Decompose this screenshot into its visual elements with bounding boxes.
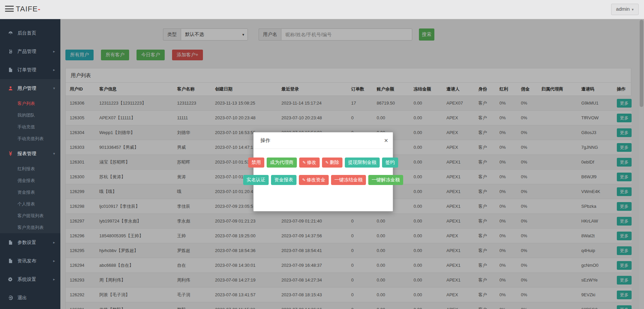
sidebar-item-退出[interactable]: 退出 [0, 289, 60, 307]
modal-button-修改资金[interactable]: ✎修改资金 [299, 175, 329, 185]
modal-button-实名认证[interactable]: 实名认证 [243, 175, 269, 185]
user-menu-button[interactable]: admin▾ [611, 4, 639, 15]
logout-icon [7, 295, 13, 300]
sidebar-item-后台首页[interactable]: 后台首页 [0, 24, 60, 42]
sidebar-item-订单管理[interactable]: 订单管理▸ [0, 61, 60, 79]
chevron-down-icon: ▾ [53, 151, 55, 156]
pencil-icon: ✎ [302, 178, 306, 182]
sidebar-subitem-客户列表[interactable]: 客户列表 [0, 98, 60, 109]
pencil-icon: ✎ [325, 160, 329, 165]
menu-toggle-icon[interactable] [5, 6, 14, 13]
sidebar-item-label: 订单管理 [17, 67, 36, 73]
file-icon [7, 240, 13, 245]
sidebar-subitem-个人报表[interactable]: 个人报表 [0, 198, 60, 210]
sidebar-group: 订单管理▸ [0, 61, 60, 79]
sidebar-group: 报表管理▾红利报表佣金报表资金报表个人报表客户提现列表客户充值列表 [0, 144, 60, 233]
page: TAIFE- admin▾ 后台首页产品管理▸订单管理▸用户管理▾客户列表我的团… [0, 0, 644, 309]
sidebar-item-用户管理[interactable]: 用户管理▾ [0, 79, 60, 98]
sidebar-subitem-红利报表[interactable]: 红利报表 [0, 163, 60, 175]
sidebar-item-报表管理[interactable]: 报表管理▾ [0, 144, 60, 163]
chevron-down-icon: ▾ [53, 86, 55, 90]
sidebar-group: 系统设置▸ [0, 270, 60, 289]
sidebar-item-label: 后台首页 [17, 30, 36, 36]
main-content: 类型 默认不选 ▾ 用户名 搜索 所有用户所有客户今日客户添加客户+ 用户列表 … [60, 19, 644, 309]
gear-icon [7, 277, 13, 282]
modal-button-一键冻结金额[interactable]: 一键冻结金额 [331, 175, 366, 185]
modal-button-删除[interactable]: ✎删除 [322, 158, 342, 168]
modal-button-签约[interactable]: 签约 [382, 158, 398, 168]
sidebar-subitem-资金报表[interactable]: 资金报表 [0, 186, 60, 198]
operations-modal: 操作 × 禁用成为代理商✎修改✎删除提现限制金额签约实名认证资金报表✎修改资金一… [253, 132, 393, 211]
modal-button-资金报表[interactable]: 资金报表 [271, 175, 297, 185]
sidebar-item-label: 系统设置 [17, 276, 36, 283]
sidebar-subitem-手动充值[interactable]: 手动充值 [0, 121, 60, 133]
sidebar-item-产品管理[interactable]: 产品管理▸ [0, 42, 60, 61]
chevron-right-icon: ▸ [53, 240, 55, 245]
sidebar-item-参数设置[interactable]: 参数设置▸ [0, 233, 60, 252]
top-bar: TAIFE- admin▾ [0, 0, 644, 19]
sidebar-subitem-佣金报表[interactable]: 佣金报表 [0, 175, 60, 186]
modal-header: 操作 × [254, 132, 393, 149]
modal-button-禁用[interactable]: 禁用 [248, 158, 264, 168]
modal-button-一键解冻金额[interactable]: 一键解冻金额 [368, 175, 403, 185]
sidebar-item-label: 报表管理 [17, 151, 36, 157]
modal-button-提现限制金额[interactable]: 提现限制金额 [345, 158, 380, 168]
modal-title: 操作 [260, 137, 270, 143]
sidebar-item-label: 参数设置 [17, 240, 36, 246]
modal-button-row: 禁用成为代理商✎修改✎删除提现限制金额签约 [254, 158, 393, 168]
sidebar-group: 退出 [0, 289, 60, 307]
chevron-right-icon: ▸ [53, 68, 55, 72]
sidebar-item-资讯发布[interactable]: 资讯发布▸ [0, 252, 60, 270]
sidebar-group: 资讯发布▸ [0, 252, 60, 270]
sidebar-item-label: 用户管理 [17, 85, 36, 91]
chevron-right-icon: ▸ [53, 49, 55, 54]
sidebar: 后台首页产品管理▸订单管理▸用户管理▾客户列表我的团队手动充值手动充值列表报表管… [0, 19, 60, 309]
sidebar-item-label: 资讯发布 [17, 258, 36, 264]
sidebar-item-label: 产品管理 [17, 49, 36, 55]
sidebar-subitem-我的团队[interactable]: 我的团队 [0, 109, 60, 121]
sidebar-group: 参数设置▸ [0, 233, 60, 252]
sidebar-group: 产品管理▸ [0, 42, 60, 61]
sidebar-group: 用户管理▾客户列表我的团队手动充值手动充值列表 [0, 79, 60, 144]
yen-icon [7, 151, 13, 156]
modal-body: 禁用成为代理商✎修改✎删除提现限制金额签约实名认证资金报表✎修改资金一键冻结金额… [254, 149, 393, 185]
gauge-icon [7, 30, 13, 36]
sidebar-item-系统设置[interactable]: 系统设置▸ [0, 270, 60, 289]
close-icon[interactable]: × [384, 132, 388, 148]
sidebar-item-label: 退出 [17, 295, 27, 301]
modal-button-row: 实名认证资金报表✎修改资金一键冻结金额一键解冻金额 [254, 175, 393, 185]
brand-logo: TAIFE- [16, 5, 41, 13]
chevron-down-icon: ▾ [632, 7, 634, 11]
chevron-right-icon: ▸ [53, 259, 55, 263]
modal-button-修改[interactable]: ✎修改 [299, 158, 320, 168]
file-icon [7, 258, 13, 263]
file-icon [7, 67, 13, 72]
sidebar-subitem-手动充值列表[interactable]: 手动充值列表 [0, 133, 60, 144]
user-icon [7, 86, 13, 91]
sidebar-subitem-客户充值列表[interactable]: 客户充值列表 [0, 222, 60, 233]
sidebar-group: 后台首页 [0, 24, 60, 42]
bitcoin-icon [7, 49, 13, 54]
pencil-icon: ✎ [303, 160, 306, 165]
sidebar-subitem-客户提现列表[interactable]: 客户提现列表 [0, 210, 60, 222]
modal-button-成为代理商[interactable]: 成为代理商 [267, 158, 297, 168]
chevron-right-icon: ▸ [53, 277, 55, 282]
